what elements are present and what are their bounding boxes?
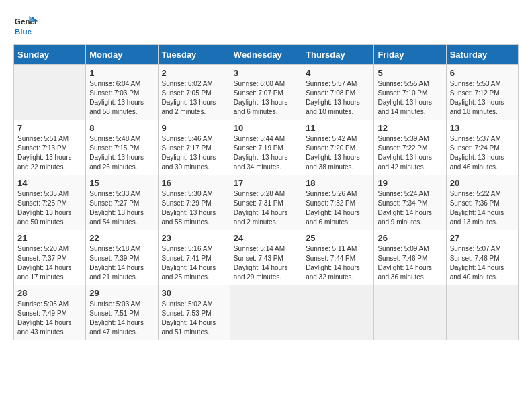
day-number: 19 — [378, 178, 442, 188]
day-info: Sunrise: 5:14 AMSunset: 7:43 PMDaylight:… — [234, 244, 298, 282]
day-cell: 16Sunrise: 5:30 AMSunset: 7:29 PMDayligh… — [158, 175, 230, 230]
day-info: Sunrise: 5:24 AMSunset: 7:34 PMDaylight:… — [378, 189, 442, 227]
day-cell: 5Sunrise: 5:55 AMSunset: 7:10 PMDaylight… — [374, 65, 446, 120]
day-number: 16 — [162, 178, 226, 188]
day-info: Sunrise: 5:26 AMSunset: 7:32 PMDaylight:… — [306, 189, 370, 227]
day-cell: 12Sunrise: 5:39 AMSunset: 7:22 PMDayligh… — [374, 120, 446, 175]
day-cell: 8Sunrise: 5:48 AMSunset: 7:15 PMDaylight… — [86, 120, 158, 175]
day-cell — [446, 285, 518, 340]
day-info: Sunrise: 5:42 AMSunset: 7:20 PMDaylight:… — [306, 134, 370, 172]
col-header-saturday: Saturday — [446, 45, 518, 65]
day-info: Sunrise: 5:35 AMSunset: 7:25 PMDaylight:… — [17, 189, 82, 227]
day-info: Sunrise: 5:55 AMSunset: 7:10 PMDaylight:… — [378, 79, 442, 117]
day-cell — [14, 65, 86, 120]
week-row-3: 14Sunrise: 5:35 AMSunset: 7:25 PMDayligh… — [14, 175, 519, 230]
col-header-wednesday: Wednesday — [230, 45, 302, 65]
week-row-5: 28Sunrise: 5:05 AMSunset: 7:49 PMDayligh… — [14, 285, 519, 340]
day-cell: 1Sunrise: 6:04 AMSunset: 7:03 PMDaylight… — [86, 65, 158, 120]
col-header-tuesday: Tuesday — [158, 45, 230, 65]
day-info: Sunrise: 5:03 AMSunset: 7:51 PMDaylight:… — [89, 300, 154, 337]
day-info: Sunrise: 5:02 AMSunset: 7:53 PMDaylight:… — [162, 300, 226, 337]
day-cell: 15Sunrise: 5:33 AMSunset: 7:27 PMDayligh… — [86, 175, 158, 230]
logo-icon: GeneralBlue — [13, 13, 38, 38]
day-number: 7 — [17, 123, 82, 133]
day-number: 11 — [306, 123, 370, 133]
day-cell: 4Sunrise: 5:57 AMSunset: 7:08 PMDaylight… — [302, 65, 374, 120]
calendar-table: SundayMondayTuesdayWednesdayThursdayFrid… — [13, 44, 519, 340]
day-number: 22 — [89, 233, 154, 243]
day-cell: 6Sunrise: 5:53 AMSunset: 7:12 PMDaylight… — [446, 65, 518, 120]
day-number: 25 — [306, 233, 370, 243]
day-cell: 13Sunrise: 5:37 AMSunset: 7:24 PMDayligh… — [446, 120, 518, 175]
day-info: Sunrise: 5:33 AMSunset: 7:27 PMDaylight:… — [89, 189, 154, 227]
header-row: SundayMondayTuesdayWednesdayThursdayFrid… — [14, 45, 519, 65]
day-cell: 14Sunrise: 5:35 AMSunset: 7:25 PMDayligh… — [14, 175, 86, 230]
day-cell: 19Sunrise: 5:24 AMSunset: 7:34 PMDayligh… — [374, 175, 446, 230]
day-info: Sunrise: 6:02 AMSunset: 7:05 PMDaylight:… — [162, 79, 226, 117]
day-number: 6 — [450, 68, 515, 78]
svg-text:Blue: Blue — [15, 27, 32, 36]
week-row-1: 1Sunrise: 6:04 AMSunset: 7:03 PMDaylight… — [14, 65, 519, 120]
day-info: Sunrise: 5:46 AMSunset: 7:17 PMDaylight:… — [162, 134, 226, 172]
day-cell: 10Sunrise: 5:44 AMSunset: 7:19 PMDayligh… — [230, 120, 302, 175]
day-info: Sunrise: 5:39 AMSunset: 7:22 PMDaylight:… — [378, 134, 442, 172]
day-info: Sunrise: 5:28 AMSunset: 7:31 PMDaylight:… — [234, 189, 298, 227]
day-cell — [230, 285, 302, 340]
day-number: 28 — [17, 288, 82, 298]
day-number: 17 — [234, 178, 298, 188]
day-cell: 28Sunrise: 5:05 AMSunset: 7:49 PMDayligh… — [14, 285, 86, 340]
week-row-4: 21Sunrise: 5:20 AMSunset: 7:37 PMDayligh… — [14, 230, 519, 285]
day-cell: 11Sunrise: 5:42 AMSunset: 7:20 PMDayligh… — [302, 120, 374, 175]
day-info: Sunrise: 5:09 AMSunset: 7:46 PMDaylight:… — [378, 244, 442, 282]
day-cell: 30Sunrise: 5:02 AMSunset: 7:53 PMDayligh… — [158, 285, 230, 340]
day-number: 21 — [17, 233, 82, 243]
day-number: 12 — [378, 123, 442, 133]
day-number: 15 — [89, 178, 154, 188]
day-cell — [374, 285, 446, 340]
day-info: Sunrise: 6:00 AMSunset: 7:07 PMDaylight:… — [234, 79, 298, 117]
week-row-2: 7Sunrise: 5:51 AMSunset: 7:13 PMDaylight… — [14, 120, 519, 175]
day-cell: 7Sunrise: 5:51 AMSunset: 7:13 PMDaylight… — [14, 120, 86, 175]
day-number: 20 — [450, 178, 515, 188]
day-cell: 20Sunrise: 5:22 AMSunset: 7:36 PMDayligh… — [446, 175, 518, 230]
day-info: Sunrise: 5:07 AMSunset: 7:48 PMDaylight:… — [450, 244, 515, 282]
day-info: Sunrise: 5:48 AMSunset: 7:15 PMDaylight:… — [89, 134, 154, 172]
day-number: 30 — [162, 288, 226, 298]
day-cell: 23Sunrise: 5:16 AMSunset: 7:41 PMDayligh… — [158, 230, 230, 285]
day-number: 3 — [234, 68, 298, 78]
day-info: Sunrise: 5:37 AMSunset: 7:24 PMDaylight:… — [450, 134, 515, 172]
logo: GeneralBlue — [13, 13, 38, 38]
day-number: 29 — [89, 288, 154, 298]
day-cell: 26Sunrise: 5:09 AMSunset: 7:46 PMDayligh… — [374, 230, 446, 285]
day-cell: 27Sunrise: 5:07 AMSunset: 7:48 PMDayligh… — [446, 230, 518, 285]
day-info: Sunrise: 5:16 AMSunset: 7:41 PMDaylight:… — [162, 244, 226, 282]
day-number: 14 — [17, 178, 82, 188]
col-header-thursday: Thursday — [302, 45, 374, 65]
day-cell: 3Sunrise: 6:00 AMSunset: 7:07 PMDaylight… — [230, 65, 302, 120]
day-cell: 17Sunrise: 5:28 AMSunset: 7:31 PMDayligh… — [230, 175, 302, 230]
day-info: Sunrise: 5:05 AMSunset: 7:49 PMDaylight:… — [17, 300, 82, 337]
header: GeneralBlue — [13, 13, 519, 38]
day-cell: 25Sunrise: 5:11 AMSunset: 7:44 PMDayligh… — [302, 230, 374, 285]
day-info: Sunrise: 5:57 AMSunset: 7:08 PMDaylight:… — [306, 79, 370, 117]
day-cell: 24Sunrise: 5:14 AMSunset: 7:43 PMDayligh… — [230, 230, 302, 285]
day-cell: 22Sunrise: 5:18 AMSunset: 7:39 PMDayligh… — [86, 230, 158, 285]
day-cell: 18Sunrise: 5:26 AMSunset: 7:32 PMDayligh… — [302, 175, 374, 230]
day-number: 23 — [162, 233, 226, 243]
day-info: Sunrise: 5:20 AMSunset: 7:37 PMDaylight:… — [17, 244, 82, 282]
col-header-monday: Monday — [86, 45, 158, 65]
day-info: Sunrise: 5:53 AMSunset: 7:12 PMDaylight:… — [450, 79, 515, 117]
day-number: 8 — [89, 123, 154, 133]
day-cell: 29Sunrise: 5:03 AMSunset: 7:51 PMDayligh… — [86, 285, 158, 340]
day-cell: 21Sunrise: 5:20 AMSunset: 7:37 PMDayligh… — [14, 230, 86, 285]
col-header-friday: Friday — [374, 45, 446, 65]
day-number: 27 — [450, 233, 515, 243]
day-number: 4 — [306, 68, 370, 78]
day-number: 10 — [234, 123, 298, 133]
day-info: Sunrise: 5:11 AMSunset: 7:44 PMDaylight:… — [306, 244, 370, 282]
day-number: 24 — [234, 233, 298, 243]
day-cell: 2Sunrise: 6:02 AMSunset: 7:05 PMDaylight… — [158, 65, 230, 120]
day-number: 9 — [162, 123, 226, 133]
day-number: 5 — [378, 68, 442, 78]
day-number: 1 — [89, 68, 154, 78]
